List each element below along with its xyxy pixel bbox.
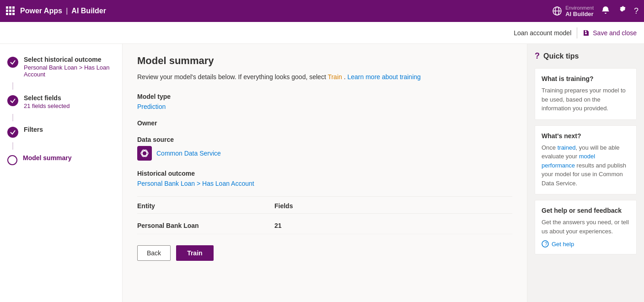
step-1-content: Select historical outcome Personal Bank … xyxy=(24,56,115,78)
table-row: Personal Bank Loan 21 xyxy=(137,217,512,234)
owner-label: Owner xyxy=(137,119,512,127)
environment-label: Environment xyxy=(565,5,594,11)
get-help-row[interactable]: ? Get help xyxy=(542,240,630,248)
brand-title: Power Apps | AI Builder xyxy=(20,7,106,15)
train-button[interactable]: Train xyxy=(176,245,213,261)
content-area: Model summary Review your model's detail… xyxy=(123,44,527,302)
step-2-content: Select fields 21 fields selected xyxy=(24,94,115,109)
get-help-link[interactable]: Get help xyxy=(552,241,574,248)
step-2-circle xyxy=(7,95,18,106)
question-icon: ? xyxy=(535,51,540,61)
notification-icon[interactable] xyxy=(601,5,610,17)
model-type-label: Model type xyxy=(137,93,512,100)
historical-outcome-section: Historical outcome Personal Bank Loan > … xyxy=(137,170,512,187)
quick-tips-panel: ? Quick tips What is training? Training … xyxy=(527,44,644,302)
datasource-row: Common Data Service xyxy=(137,146,512,161)
step-2-title: Select fields xyxy=(24,94,115,102)
tip-0-title: What is training? xyxy=(542,75,630,82)
svg-rect-7 xyxy=(9,13,11,15)
waffle-icon[interactable] xyxy=(5,6,15,16)
page-title: Model summary xyxy=(137,55,512,67)
svg-rect-8 xyxy=(12,13,15,15)
quick-tips-header: ? Quick tips xyxy=(535,51,637,61)
tip-card-training: What is training? Training prepares your… xyxy=(535,68,637,120)
model-summary-description: Review your model's details below. If ev… xyxy=(137,72,512,82)
sidebar: Select historical outcome Personal Bank … xyxy=(0,44,123,302)
step-1-circle xyxy=(7,57,18,68)
sidebar-item-model-summary[interactable]: Model summary xyxy=(0,150,122,170)
step-2-subtitle: 21 fields selected xyxy=(24,102,115,109)
help-icon[interactable]: ? xyxy=(634,6,639,16)
historical-outcome-label: Historical outcome xyxy=(137,170,512,177)
tip-1-title: What's next? xyxy=(542,132,630,140)
model-name: Loan account model xyxy=(514,29,571,37)
subheader: Loan account model Save and close xyxy=(0,22,644,44)
action-buttons: Back Train xyxy=(137,245,512,261)
save-close-button[interactable]: Save and close xyxy=(583,29,637,37)
sidebar-item-select-fields[interactable]: Select fields 21 fields selected xyxy=(0,90,122,114)
row-0-fields: 21 xyxy=(274,222,282,229)
cds-icon xyxy=(137,146,152,161)
step-4-title: Model summary xyxy=(23,154,115,162)
powerapps-label: Power Apps xyxy=(20,7,62,15)
step-1-title: Select historical outcome xyxy=(24,56,115,63)
tip-2-title: Get help or send feedback xyxy=(542,207,630,214)
topnav-right-area: Environment AI Builder ? xyxy=(553,5,639,17)
tip-card-help: Get help or send feedback Get the answer… xyxy=(535,200,637,254)
subheader-divider xyxy=(577,27,577,38)
step-3-circle xyxy=(7,127,18,138)
train-link[interactable]: Train xyxy=(327,73,342,81)
tip-2-body: Get the answers you need, or tell us abo… xyxy=(542,218,630,236)
datasource-section: Data source Common Data Service xyxy=(137,136,512,161)
main-layout: Select historical outcome Personal Bank … xyxy=(0,44,644,302)
svg-rect-2 xyxy=(12,6,15,9)
step-connector-3 xyxy=(12,142,13,150)
cds-name[interactable]: Common Data Service xyxy=(156,150,221,157)
step-1-subtitle: Personal Bank Loan > Has Loan Account xyxy=(24,64,115,78)
step-connector-2 xyxy=(12,114,13,121)
tip-1-body: Once trained, you will be able evaluate … xyxy=(542,143,630,188)
svg-rect-3 xyxy=(6,10,8,12)
once-trained-link: trained xyxy=(558,144,576,151)
owner-section: Owner xyxy=(137,119,512,127)
svg-point-14 xyxy=(141,149,149,157)
step-4-content: Model summary xyxy=(23,154,115,162)
svg-rect-5 xyxy=(12,10,15,12)
col-fields-header: Fields xyxy=(274,202,293,210)
product-label: AI Builder xyxy=(71,7,106,15)
svg-rect-4 xyxy=(9,10,11,12)
model-perf-link: model performance xyxy=(542,153,595,169)
quick-tips-title: Quick tips xyxy=(543,52,579,60)
step-connector-1 xyxy=(12,82,13,90)
step-3-title: Filters xyxy=(24,126,115,133)
step-3-content: Filters xyxy=(24,126,115,133)
svg-rect-0 xyxy=(6,6,8,9)
environment-name: AI Builder xyxy=(565,11,594,17)
table-divider xyxy=(137,196,512,197)
learn-more-link[interactable]: Learn more about training xyxy=(347,73,420,81)
save-close-label: Save and close xyxy=(593,29,637,37)
top-navigation: Power Apps | AI Builder Environment AI B… xyxy=(0,0,644,22)
environment-block[interactable]: Environment AI Builder xyxy=(553,5,594,17)
sidebar-item-select-outcome[interactable]: Select historical outcome Personal Bank … xyxy=(0,51,122,82)
back-button[interactable]: Back xyxy=(137,245,171,261)
col-entity-header: Entity xyxy=(137,202,274,210)
table-header: Entity Fields xyxy=(137,202,512,214)
model-type-value: Prediction xyxy=(137,103,512,110)
svg-text:?: ? xyxy=(545,242,547,247)
brand-separator: | xyxy=(66,7,68,15)
datasource-label: Data source xyxy=(137,136,512,143)
historical-outcome-value: Personal Bank Loan > Has Loan Account xyxy=(137,180,512,187)
model-type-section: Model type Prediction xyxy=(137,93,512,110)
step-4-circle xyxy=(7,155,17,165)
svg-rect-6 xyxy=(6,13,8,15)
tip-card-next: What's next? Once trained, you will be a… xyxy=(535,125,637,195)
tip-0-body: Training prepares your model to be used,… xyxy=(542,86,630,113)
row-0-entity: Personal Bank Loan xyxy=(137,222,274,229)
sidebar-item-filters[interactable]: Filters xyxy=(0,121,122,142)
svg-rect-1 xyxy=(9,6,11,9)
settings-icon[interactable] xyxy=(617,5,627,17)
desc-start: Review your model's details below. If ev… xyxy=(137,73,327,81)
